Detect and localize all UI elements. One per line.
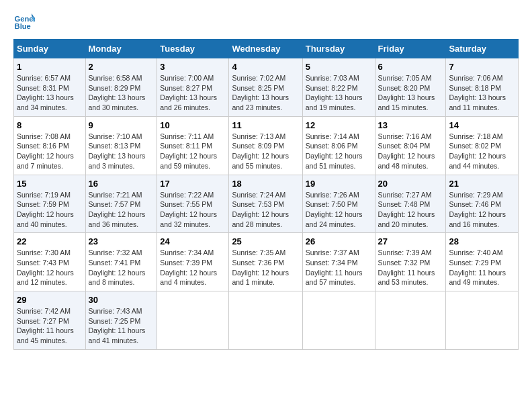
calendar-day-25: 25 Sunrise: 7:35 AMSunset: 7:36 PMDaylig… <box>229 233 302 291</box>
day-number: 27 <box>378 236 443 246</box>
calendar-header: SundayMondayTuesdayWednesdayThursdayFrid… <box>14 40 519 58</box>
calendar-week-3: 15 Sunrise: 7:19 AMSunset: 7:59 PMDaylig… <box>14 175 519 233</box>
day-number: 21 <box>449 179 515 189</box>
calendar-day-22: 22 Sunrise: 7:30 AMSunset: 7:43 PMDaylig… <box>14 233 86 291</box>
day-number: 16 <box>89 179 154 189</box>
day-info: Sunrise: 7:08 AMSunset: 8:16 PMDaylight:… <box>17 132 74 170</box>
day-info: Sunrise: 7:34 AMSunset: 7:39 PMDaylight:… <box>160 248 217 286</box>
day-number: 19 <box>306 179 372 189</box>
day-number: 6 <box>378 62 443 72</box>
day-number: 7 <box>449 62 515 72</box>
calendar-day-5: 5 Sunrise: 7:03 AMSunset: 8:22 PMDayligh… <box>302 58 375 117</box>
calendar-day-2: 2 Sunrise: 6:58 AMSunset: 8:29 PMDayligh… <box>85 58 157 117</box>
calendar-week-1: 1 Sunrise: 6:57 AMSunset: 8:31 PMDayligh… <box>14 58 519 117</box>
calendar-day-16: 16 Sunrise: 7:21 AMSunset: 7:57 PMDaylig… <box>85 175 157 233</box>
day-info: Sunrise: 7:05 AMSunset: 8:20 PMDaylight:… <box>378 74 435 111</box>
calendar-day-26: 26 Sunrise: 7:37 AMSunset: 7:34 PMDaylig… <box>302 233 375 291</box>
day-number: 1 <box>17 62 83 72</box>
day-info: Sunrise: 7:03 AMSunset: 8:22 PMDaylight:… <box>306 74 363 111</box>
calendar-day-29: 29 Sunrise: 7:42 AMSunset: 7:27 PMDaylig… <box>14 291 86 350</box>
day-header-sunday: Sunday <box>14 40 86 58</box>
day-info: Sunrise: 7:32 AMSunset: 7:41 PMDaylight:… <box>89 248 146 286</box>
calendar-day-4: 4 Sunrise: 7:02 AMSunset: 8:25 PMDayligh… <box>229 58 302 117</box>
day-info: Sunrise: 7:21 AMSunset: 7:57 PMDaylight:… <box>89 191 146 228</box>
calendar-day-8: 8 Sunrise: 7:08 AMSunset: 8:16 PMDayligh… <box>14 116 86 175</box>
calendar-day-10: 10 Sunrise: 7:11 AMSunset: 8:11 PMDaylig… <box>157 116 229 175</box>
calendar-day-7: 7 Sunrise: 7:06 AMSunset: 8:18 PMDayligh… <box>446 58 519 117</box>
day-number: 14 <box>449 120 515 130</box>
day-number: 22 <box>17 236 83 246</box>
logo: General Blue <box>13 11 38 32</box>
day-info: Sunrise: 7:43 AMSunset: 7:25 PMDaylight:… <box>89 307 146 345</box>
day-header-friday: Friday <box>375 40 446 58</box>
day-info: Sunrise: 7:40 AMSunset: 7:29 PMDaylight:… <box>449 248 506 286</box>
day-number: 12 <box>306 120 372 130</box>
calendar-day-24: 24 Sunrise: 7:34 AMSunset: 7:39 PMDaylig… <box>157 233 229 291</box>
calendar-day-15: 15 Sunrise: 7:19 AMSunset: 7:59 PMDaylig… <box>14 175 86 233</box>
day-info: Sunrise: 7:10 AMSunset: 8:13 PMDaylight:… <box>89 132 146 170</box>
day-info: Sunrise: 7:26 AMSunset: 7:50 PMDaylight:… <box>306 191 363 228</box>
day-header-monday: Monday <box>85 40 157 58</box>
calendar-table: SundayMondayTuesdayWednesdayThursdayFrid… <box>13 39 519 350</box>
day-number: 25 <box>232 236 299 246</box>
day-info: Sunrise: 7:00 AMSunset: 8:27 PMDaylight:… <box>160 74 217 111</box>
day-info: Sunrise: 7:06 AMSunset: 8:18 PMDaylight:… <box>449 74 506 111</box>
day-number: 26 <box>306 236 372 246</box>
day-header-wednesday: Wednesday <box>229 40 302 58</box>
empty-cell <box>302 291 375 350</box>
day-info: Sunrise: 7:37 AMSunset: 7:34 PMDaylight:… <box>306 248 363 286</box>
empty-cell <box>229 291 302 350</box>
calendar-day-19: 19 Sunrise: 7:26 AMSunset: 7:50 PMDaylig… <box>302 175 375 233</box>
calendar-week-2: 8 Sunrise: 7:08 AMSunset: 8:16 PMDayligh… <box>14 116 519 175</box>
calendar-day-9: 9 Sunrise: 7:10 AMSunset: 8:13 PMDayligh… <box>85 116 157 175</box>
day-number: 5 <box>306 62 372 72</box>
calendar-day-18: 18 Sunrise: 7:24 AMSunset: 7:53 PMDaylig… <box>229 175 302 233</box>
day-number: 9 <box>89 120 154 130</box>
day-info: Sunrise: 7:30 AMSunset: 7:43 PMDaylight:… <box>17 248 74 286</box>
calendar-day-30: 30 Sunrise: 7:43 AMSunset: 7:25 PMDaylig… <box>85 291 157 350</box>
day-info: Sunrise: 7:11 AMSunset: 8:11 PMDaylight:… <box>160 132 217 170</box>
calendar-day-20: 20 Sunrise: 7:27 AMSunset: 7:48 PMDaylig… <box>375 175 446 233</box>
day-header-tuesday: Tuesday <box>157 40 229 58</box>
calendar-day-3: 3 Sunrise: 7:00 AMSunset: 8:27 PMDayligh… <box>157 58 229 117</box>
day-info: Sunrise: 7:42 AMSunset: 7:27 PMDaylight:… <box>17 307 74 345</box>
day-number: 28 <box>449 236 515 246</box>
day-number: 2 <box>89 62 154 72</box>
calendar-day-6: 6 Sunrise: 7:05 AMSunset: 8:20 PMDayligh… <box>375 58 446 117</box>
day-number: 20 <box>378 179 443 189</box>
calendar-day-17: 17 Sunrise: 7:22 AMSunset: 7:55 PMDaylig… <box>157 175 229 233</box>
day-info: Sunrise: 7:29 AMSunset: 7:46 PMDaylight:… <box>449 191 506 228</box>
day-number: 13 <box>378 120 443 130</box>
day-info: Sunrise: 7:24 AMSunset: 7:53 PMDaylight:… <box>232 191 289 228</box>
day-number: 29 <box>17 295 83 305</box>
calendar-day-1: 1 Sunrise: 6:57 AMSunset: 8:31 PMDayligh… <box>14 58 86 117</box>
empty-cell <box>157 291 229 350</box>
day-info: Sunrise: 7:39 AMSunset: 7:32 PMDaylight:… <box>378 248 435 286</box>
calendar-week-5: 29 Sunrise: 7:42 AMSunset: 7:27 PMDaylig… <box>14 291 519 350</box>
calendar-day-14: 14 Sunrise: 7:18 AMSunset: 8:02 PMDaylig… <box>446 116 519 175</box>
day-number: 4 <box>232 62 299 72</box>
day-info: Sunrise: 6:57 AMSunset: 8:31 PMDaylight:… <box>17 74 74 111</box>
day-info: Sunrise: 7:35 AMSunset: 7:36 PMDaylight:… <box>232 248 289 286</box>
calendar-day-21: 21 Sunrise: 7:29 AMSunset: 7:46 PMDaylig… <box>446 175 519 233</box>
day-number: 23 <box>89 236 154 246</box>
calendar-week-4: 22 Sunrise: 7:30 AMSunset: 7:43 PMDaylig… <box>14 233 519 291</box>
page-header: General Blue <box>13 11 519 32</box>
calendar-day-28: 28 Sunrise: 7:40 AMSunset: 7:29 PMDaylig… <box>446 233 519 291</box>
empty-cell <box>375 291 446 350</box>
calendar-day-27: 27 Sunrise: 7:39 AMSunset: 7:32 PMDaylig… <box>375 233 446 291</box>
day-info: Sunrise: 7:02 AMSunset: 8:25 PMDaylight:… <box>232 74 289 111</box>
calendar-day-13: 13 Sunrise: 7:16 AMSunset: 8:04 PMDaylig… <box>375 116 446 175</box>
day-info: Sunrise: 7:22 AMSunset: 7:55 PMDaylight:… <box>160 191 217 228</box>
day-number: 30 <box>89 295 154 305</box>
logo-icon: General Blue <box>13 11 35 32</box>
day-info: Sunrise: 7:14 AMSunset: 8:06 PMDaylight:… <box>306 132 363 170</box>
day-number: 18 <box>232 179 299 189</box>
calendar-day-12: 12 Sunrise: 7:14 AMSunset: 8:06 PMDaylig… <box>302 116 375 175</box>
day-header-thursday: Thursday <box>302 40 375 58</box>
day-info: Sunrise: 6:58 AMSunset: 8:29 PMDaylight:… <box>89 74 146 111</box>
day-number: 8 <box>17 120 83 130</box>
day-info: Sunrise: 7:19 AMSunset: 7:59 PMDaylight:… <box>17 191 74 228</box>
calendar-day-11: 11 Sunrise: 7:13 AMSunset: 8:09 PMDaylig… <box>229 116 302 175</box>
day-number: 24 <box>160 236 226 246</box>
